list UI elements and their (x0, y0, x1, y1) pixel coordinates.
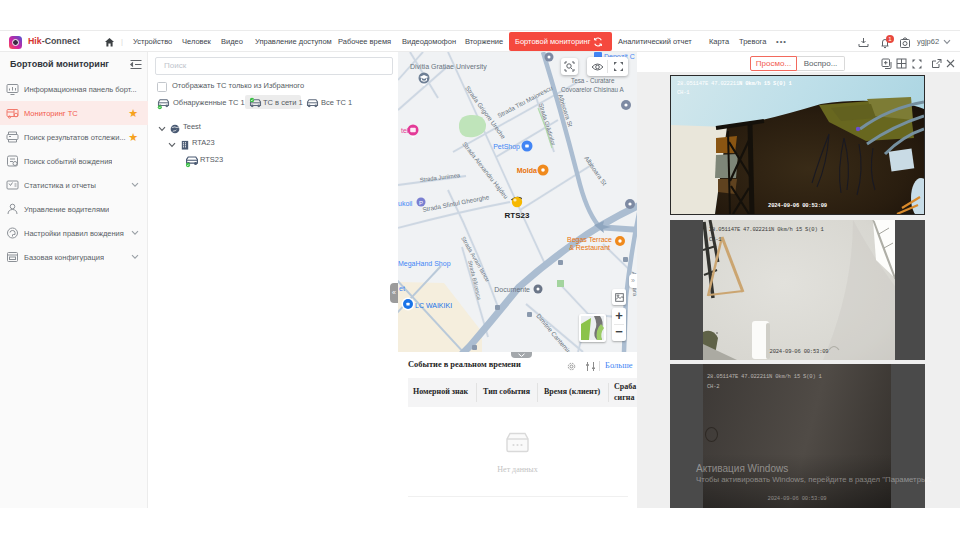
svg-text:et: et (399, 285, 405, 292)
svg-text:ukoil: ukoil (398, 200, 413, 207)
svg-text:Begas Terrace: Begas Terrace (567, 236, 612, 244)
svg-text:Divitia Gratiae University: Divitia Gratiae University (410, 63, 487, 71)
svg-text:P: P (419, 200, 423, 206)
svg-text:Tesa - Curatare: Tesa - Curatare (571, 77, 615, 84)
svg-text:LC WAIKIKI: LC WAIKIKI (415, 302, 452, 309)
svg-text:Covoarelor Chisinau A: Covoarelor Chisinau A (561, 86, 624, 93)
svg-text:PetShop: PetShop (493, 143, 520, 151)
svg-text:& Restaurant: & Restaurant (569, 244, 610, 251)
svg-text:RTS23: RTS23 (505, 211, 530, 220)
svg-text:Molda: Molda (517, 167, 537, 174)
svg-text:Documente: Documente (494, 286, 530, 293)
svg-text:MegaHand Shop: MegaHand Shop (398, 260, 451, 268)
